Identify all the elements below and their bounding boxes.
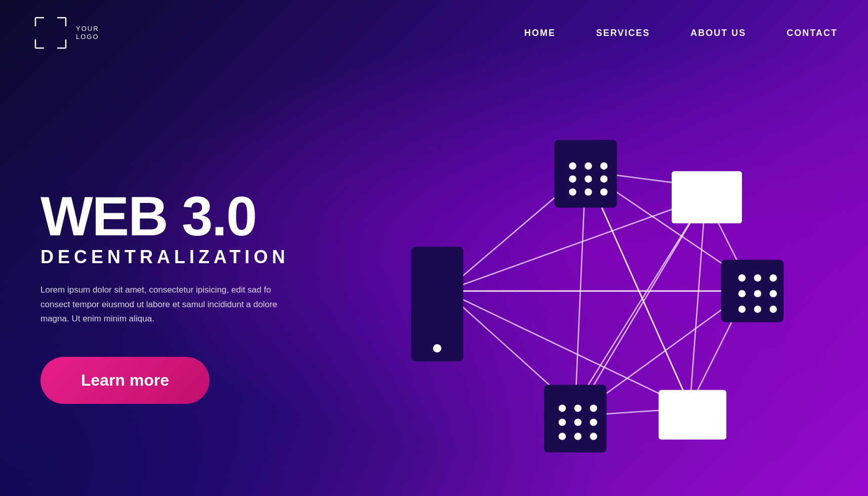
nav-link-contact[interactable]: CONTACT — [787, 28, 838, 38]
logo-bracket-icon — [30, 15, 71, 51]
svg-point-32 — [600, 175, 607, 182]
node-bottom-white — [658, 390, 726, 440]
main-content: WEB 3.0 DECENTRALIZATION Lorem ipsum dol… — [0, 66, 868, 496]
svg-point-57 — [590, 433, 597, 440]
left-section: WEB 3.0 DECENTRALIZATION Lorem ipsum dol… — [40, 178, 324, 404]
svg-line-14 — [690, 197, 706, 406]
navigation: YOUR LOGO HOME SERVICES ABOUT US CONTACT — [0, 0, 868, 66]
logo: YOUR LOGO — [30, 15, 99, 51]
svg-point-42 — [754, 290, 761, 297]
node-top-white — [672, 171, 742, 223]
svg-rect-26 — [554, 140, 617, 208]
svg-point-49 — [559, 404, 566, 411]
svg-point-55 — [559, 433, 566, 440]
svg-point-44 — [738, 306, 746, 313]
svg-point-30 — [569, 175, 576, 182]
logo-text: YOUR LOGO — [76, 25, 99, 40]
nav-menu: HOME SERVICES ABOUT US CONTACT — [524, 28, 838, 38]
svg-point-35 — [600, 188, 607, 195]
nav-item-about[interactable]: ABOUT US — [690, 28, 746, 38]
svg-rect-48 — [544, 385, 607, 452]
svg-point-33 — [569, 188, 576, 195]
network-diagram — [344, 114, 838, 468]
svg-rect-36 — [672, 171, 742, 223]
node-bottom-server — [544, 385, 607, 452]
svg-point-34 — [585, 188, 592, 195]
nav-item-services[interactable]: SERVICES — [596, 28, 650, 38]
learn-more-button[interactable]: Learn more — [40, 357, 210, 404]
svg-point-27 — [569, 162, 576, 170]
svg-point-41 — [738, 290, 746, 297]
svg-point-59 — [433, 344, 441, 352]
node-right-server — [721, 260, 784, 322]
node-left-server — [411, 247, 463, 361]
svg-line-15 — [575, 197, 706, 406]
svg-point-50 — [574, 404, 582, 411]
svg-point-51 — [590, 404, 597, 411]
svg-point-54 — [590, 419, 597, 426]
svg-point-46 — [770, 306, 777, 313]
nav-item-contact[interactable]: CONTACT — [787, 28, 838, 38]
svg-line-16 — [445, 197, 706, 291]
nav-item-home[interactable]: HOME — [524, 28, 556, 38]
svg-point-31 — [585, 175, 592, 182]
svg-rect-47 — [658, 390, 726, 440]
nav-link-services[interactable]: SERVICES — [596, 28, 650, 38]
svg-point-43 — [770, 290, 777, 297]
nav-link-about[interactable]: ABOUT US — [690, 28, 746, 38]
svg-point-40 — [770, 274, 777, 281]
svg-point-45 — [754, 306, 761, 313]
svg-point-56 — [574, 433, 582, 440]
svg-point-52 — [559, 419, 566, 426]
hero-description: Lorem ipsum dolor sit amet, consectetur … — [40, 283, 283, 327]
svg-point-29 — [600, 162, 607, 170]
svg-line-24 — [575, 197, 706, 416]
page-title: WEB 3.0 — [40, 188, 324, 244]
svg-point-28 — [585, 162, 592, 170]
nav-link-home[interactable]: HOME — [524, 28, 556, 38]
svg-point-53 — [574, 419, 582, 426]
node-top-server — [554, 140, 617, 208]
svg-point-38 — [738, 274, 746, 281]
page-subtitle: DECENTRALIZATION — [40, 246, 324, 268]
svg-point-39 — [754, 274, 761, 281]
